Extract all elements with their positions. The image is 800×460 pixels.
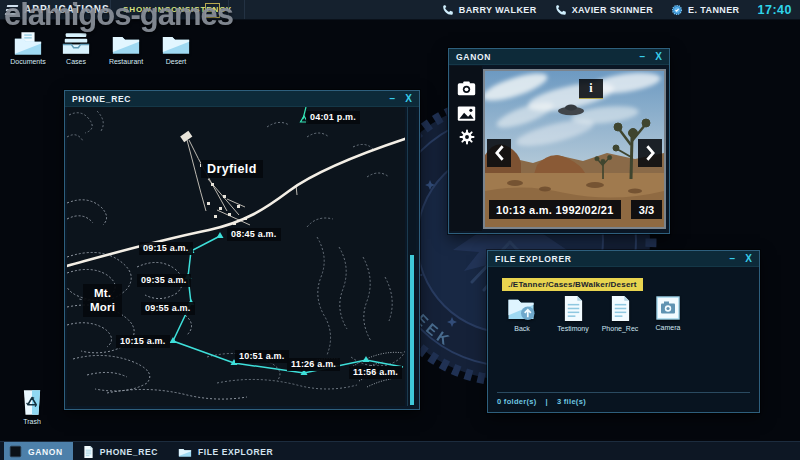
waypoint-label: 10:15 a.m. xyxy=(116,335,170,348)
folder-icon xyxy=(111,31,141,56)
ganon-titlebar[interactable]: GANON − X xyxy=(449,49,669,65)
minimize-icon[interactable]: − xyxy=(389,92,395,106)
map-road xyxy=(67,137,405,267)
waypoint-label: 08:45 a.m. xyxy=(227,228,281,241)
waypoint-label: 04:01 p.m. xyxy=(306,111,360,124)
folder-count: 0 folder(s) xyxy=(497,397,537,406)
waypoint-label: 09:55 a.m. xyxy=(141,302,195,315)
waypoint-label: 11:26 a.m. xyxy=(287,358,340,371)
folder-document-icon xyxy=(13,31,43,56)
image-icon[interactable] xyxy=(454,102,479,124)
document-icon xyxy=(83,445,94,459)
close-icon[interactable]: X xyxy=(405,92,412,106)
camera-icon[interactable] xyxy=(454,77,479,99)
window-file-explorer: FILE EXPLORER − X ./ETanner/Cases/BWalke… xyxy=(487,250,760,413)
map-scrollbar[interactable] xyxy=(407,107,416,406)
file-count: 3 file(s) xyxy=(557,397,586,406)
taskbar: GANON PHONE_REC FILE EXPLORER xyxy=(0,441,800,460)
desktop-icon-desert[interactable]: Desert xyxy=(149,31,203,65)
minimize-icon[interactable]: − xyxy=(729,252,735,266)
folder-icon xyxy=(161,31,191,56)
explorer-status-bar: 0 folder(s) | 3 file(s) xyxy=(497,397,586,406)
applications-label: APPLICATIONS xyxy=(24,4,110,15)
map-viewport[interactable]: 04:01 p.m. Dryfield 08:45 a.m. 09:15 a.m… xyxy=(67,107,405,406)
document-stack-icon xyxy=(61,31,91,56)
waypoint-label: 09:15 a.m. xyxy=(139,242,193,255)
contact-xavier-skinner[interactable]: XAVIER SKINNER xyxy=(555,4,653,16)
applications-menu[interactable]: APPLICATIONS xyxy=(6,0,110,19)
show-inconsistency-button[interactable]: SHOW INCONSISTENCY xyxy=(110,0,245,19)
chevron-left-icon xyxy=(494,144,505,162)
file-item-testimony[interactable]: Testimony xyxy=(548,295,598,332)
topbar-separator xyxy=(228,0,229,19)
taskbar-item-file-explorer[interactable]: FILE EXPLORER xyxy=(173,442,283,460)
taskbar-item-phone-rec[interactable]: PHONE_REC xyxy=(78,442,168,460)
file-explorer-titlebar[interactable]: FILE EXPLORER − X xyxy=(488,251,759,267)
contact-barry-walker[interactable]: BARRY WALKER xyxy=(442,4,537,16)
minimize-icon[interactable]: − xyxy=(639,50,645,64)
desktop-icon-restaurant[interactable]: Restaurant xyxy=(99,31,153,65)
status-separator: | xyxy=(546,397,548,406)
folder-up-icon xyxy=(506,295,538,322)
desktop-icon-cases[interactable]: Cases xyxy=(49,31,103,65)
chevron-right-icon xyxy=(645,144,656,162)
info-button[interactable]: i xyxy=(579,79,603,99)
previous-photo-button[interactable] xyxy=(487,139,511,167)
top-menu-bar: APPLICATIONS SHOW INCONSISTENCY ? BARRY … xyxy=(0,0,800,20)
waypoint-label: 11:56 a.m. xyxy=(349,366,402,379)
waypoint-label: 10:51 a.m. xyxy=(235,350,289,363)
next-photo-button[interactable] xyxy=(638,139,662,167)
file-item-phone-rec[interactable]: Phone_Rec xyxy=(595,295,645,332)
photo-dark-icon xyxy=(9,445,22,458)
desktop-icon-documents[interactable]: Documents xyxy=(1,31,55,65)
document-icon xyxy=(609,295,632,322)
scrollbar-thumb[interactable] xyxy=(410,255,414,405)
trash-icon[interactable]: Trash xyxy=(5,389,59,425)
topbar-contacts: BARRY WALKER XAVIER SKINNER E. TANNER 17… xyxy=(442,0,792,19)
recycle-bin-icon xyxy=(21,389,43,416)
file-item-back[interactable]: Back xyxy=(497,295,547,332)
waypoint-label: 09:35 a.m. xyxy=(137,274,191,287)
close-icon[interactable]: X xyxy=(655,50,662,64)
photo-icon xyxy=(655,295,681,321)
contact-e-tanner[interactable]: E. TANNER xyxy=(671,4,739,16)
help-button[interactable]: ? xyxy=(205,3,220,18)
status-divider-line xyxy=(497,392,750,393)
hamburger-icon xyxy=(5,5,18,15)
window-phone-rec: PHONE_REC − X xyxy=(64,90,420,410)
ganon-toolbar xyxy=(450,66,482,231)
place-label-mt-mori: Mt. Mori xyxy=(83,284,122,317)
close-icon[interactable]: X xyxy=(745,252,752,266)
photo-timestamp: 10:13 a.m. 1992/02/21 xyxy=(489,200,621,219)
folder-icon xyxy=(178,446,192,458)
badge-icon xyxy=(671,4,683,16)
gear-icon[interactable] xyxy=(454,126,479,148)
taskbar-item-ganon[interactable]: GANON xyxy=(4,442,73,460)
path-bar[interactable]: ./ETanner/Cases/BWalker/Desert xyxy=(502,278,643,291)
document-icon xyxy=(562,295,585,322)
phone-icon xyxy=(555,4,567,16)
phone-rec-titlebar[interactable]: PHONE_REC − X xyxy=(65,91,419,107)
window-ganon: GANON − X xyxy=(448,48,670,234)
place-label-dryfield: Dryfield xyxy=(201,160,263,178)
clock: 17:40 xyxy=(758,3,792,17)
photo-counter: 3/3 xyxy=(631,200,662,219)
file-item-camera[interactable]: Camera xyxy=(643,295,693,331)
phone-icon xyxy=(442,4,454,16)
